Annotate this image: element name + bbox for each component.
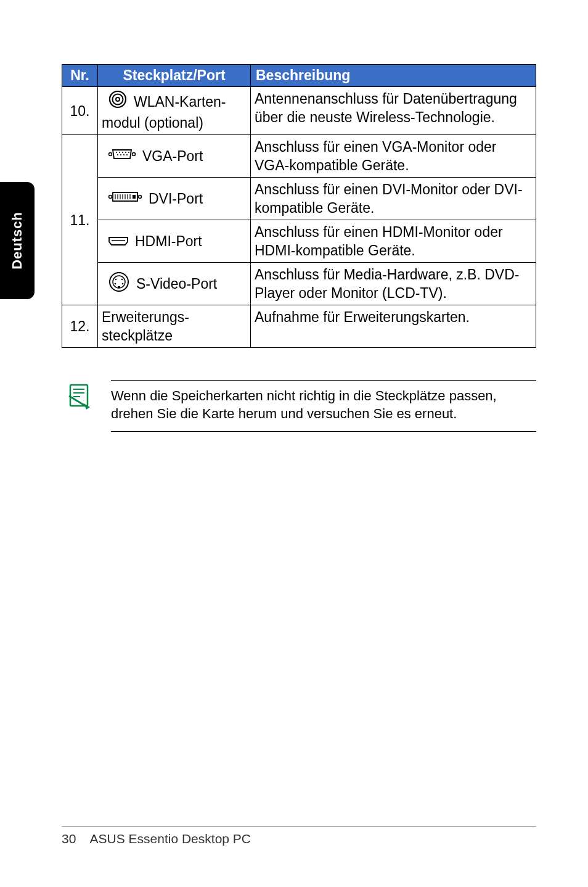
col-header-desc: Beschreibung <box>251 65 536 87</box>
svg-rect-32 <box>118 286 120 288</box>
row-slot: WLAN-Karten- modul (optional) <box>98 87 251 135</box>
svg-point-5 <box>116 152 117 153</box>
note-icon <box>65 382 92 432</box>
row-slot: S-Video-Port <box>98 263 251 305</box>
svg-point-2 <box>116 97 120 101</box>
slot-label-line2: modul (optional) <box>102 113 247 132</box>
slot-label: Erweiterungs- <box>102 309 189 325</box>
svg-point-9 <box>128 152 129 153</box>
row-nr: 10. <box>62 87 98 135</box>
svg-rect-24 <box>133 195 136 199</box>
col-header-slot: Steckplatz/Port <box>98 65 251 87</box>
svg-point-31 <box>122 283 124 284</box>
row-desc: Aufnahme für Erweiterungskarten. <box>251 305 536 348</box>
slot-label: WLAN-Karten- <box>134 93 226 111</box>
language-tab: Deutsch <box>0 182 35 299</box>
slot-label-line2: steckplätze <box>102 328 173 344</box>
slot-label: S-Video-Port <box>136 274 217 293</box>
svg-point-30 <box>115 283 116 284</box>
svg-point-7 <box>122 152 123 153</box>
svg-point-10 <box>117 154 118 155</box>
slot-label: VGA-Port <box>142 147 203 165</box>
note-text: Wenn die Speicherkarten nicht richtig in… <box>111 387 536 423</box>
svg-point-3 <box>109 153 112 156</box>
hdmi-icon <box>108 232 129 250</box>
table-row: 11. VGA-Port Anschluss für einen VGA-Mon… <box>62 135 536 178</box>
antenna-icon <box>108 89 128 113</box>
table-row: 10. WLAN-Karten- modul (optional) <box>62 87 536 135</box>
row-slot: DVI-Port <box>98 178 251 220</box>
page-footer: 30 ASUS Essentio Desktop PC <box>62 826 536 846</box>
svg-point-12 <box>123 154 125 155</box>
svg-point-28 <box>115 278 117 280</box>
table-row: HDMI-Port Anschluss für einen HDMI-Monit… <box>62 220 536 263</box>
row-desc: Anschluss für Media-Hardware, z.B. DVD-P… <box>251 263 536 305</box>
language-tab-label: Deutsch <box>9 212 25 270</box>
row-slot: Erweiterungs- steckplätze <box>98 305 251 348</box>
note-callout: Wenn die Speicherkarten nicht richtig in… <box>62 380 536 432</box>
svg-point-15 <box>139 196 142 199</box>
svg-point-1 <box>113 94 123 105</box>
svg-point-14 <box>109 196 112 199</box>
row-desc: Antennenanschluss für Datenübertragung ü… <box>251 87 536 135</box>
ports-table: Nr. Steckplatz/Port Beschreibung 10. <box>62 64 536 348</box>
svg-point-4 <box>133 153 136 156</box>
svg-point-6 <box>119 152 120 153</box>
row-nr: 11. <box>62 135 98 305</box>
row-desc: Anschluss für einen HDMI-Monitor oder HD… <box>251 220 536 263</box>
svg-point-13 <box>126 154 128 155</box>
slot-label: HDMI-Port <box>135 232 202 250</box>
row-desc: Anschluss für einen VGA-Monitor oder VGA… <box>251 135 536 178</box>
row-slot: VGA-Port <box>98 135 251 178</box>
svg-point-11 <box>120 154 121 155</box>
table-row: S-Video-Port Anschluss für Media-Hardwar… <box>62 263 536 305</box>
vga-icon <box>108 147 136 165</box>
row-desc: Anschluss für einen DVI-Monitor oder DVI… <box>251 178 536 220</box>
table-row: DVI-Port Anschluss für einen DVI-Monitor… <box>62 178 536 220</box>
slot-label: DVI-Port <box>149 189 203 208</box>
footer-title: ASUS Essentio Desktop PC <box>90 831 251 846</box>
row-slot: HDMI-Port <box>98 220 251 263</box>
page-number: 30 <box>62 831 76 846</box>
col-header-nr: Nr. <box>62 65 98 87</box>
main-content: Nr. Steckplatz/Port Beschreibung 10. <box>62 64 536 432</box>
row-nr: 12. <box>62 305 98 348</box>
svideo-icon <box>108 271 130 297</box>
svg-point-8 <box>125 152 126 153</box>
table-row: 12. Erweiterungs- steckplätze Aufnahme f… <box>62 305 536 348</box>
svg-point-29 <box>121 278 123 280</box>
dvi-icon <box>108 189 142 208</box>
